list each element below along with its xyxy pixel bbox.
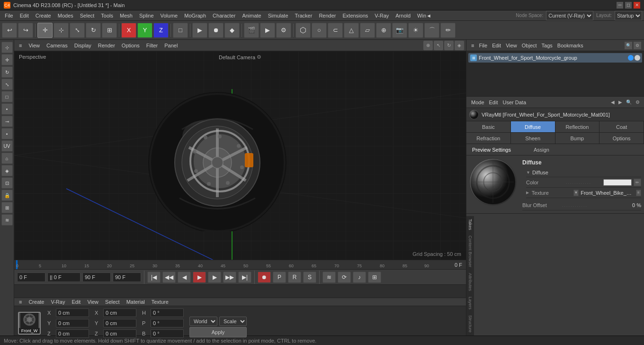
vp-menu-display[interactable]: Display: [72, 42, 94, 49]
next-frame-button[interactable]: ▶: [208, 272, 221, 283]
cylinder-button[interactable]: ⊂: [328, 23, 343, 38]
preview-settings-label[interactable]: Preview Settings: [469, 146, 514, 154]
tab-diffuse[interactable]: Diffuse: [511, 121, 555, 132]
lt-edge-btn[interactable]: ⊸: [1, 116, 13, 127]
obj-filter-btn[interactable]: ⚙: [634, 42, 641, 49]
close-button[interactable]: ✕: [634, 2, 640, 9]
menu-edit[interactable]: Edit: [17, 12, 32, 19]
minimize-button[interactable]: ─: [617, 2, 623, 9]
object-mode-button[interactable]: □: [173, 23, 188, 38]
record-rot-button[interactable]: R: [288, 272, 301, 283]
autokey-button[interactable]: ⏺: [258, 272, 271, 283]
menu-tools[interactable]: Tools: [98, 12, 116, 19]
lt-pt-btn[interactable]: •: [1, 103, 13, 115]
obj-menu-edit[interactable]: Edit: [490, 42, 503, 49]
mat-menu-toggle[interactable]: ≡: [16, 298, 25, 306]
vp-icon-4[interactable]: ◈: [455, 41, 464, 50]
rotate-tool-button[interactable]: ↻: [86, 23, 101, 38]
vp-menu-render[interactable]: Render: [95, 42, 118, 49]
attr-filter-btn[interactable]: ⚙: [634, 99, 641, 105]
start-frame-input[interactable]: [17, 272, 45, 282]
loop-button[interactable]: ⟳: [338, 272, 351, 283]
attr-edit-btn[interactable]: Edit: [487, 99, 500, 106]
attr-next-btn[interactable]: ▶: [617, 99, 624, 105]
mat-menu-create[interactable]: Create: [26, 298, 47, 306]
lt-axis-btn[interactable]: ⊞: [1, 202, 13, 213]
camera-button[interactable]: 📷: [392, 23, 407, 38]
lt-move-btn[interactable]: ✛: [1, 54, 13, 65]
world-select[interactable]: World Local: [189, 317, 217, 326]
render-view-button[interactable]: 🎬: [244, 23, 259, 38]
obj-menu-toggle[interactable]: ≡: [469, 42, 476, 49]
lt-deform-btn[interactable]: ≋: [1, 214, 13, 226]
texture-expand-arrow[interactable]: ▶: [526, 191, 530, 195]
tab-refraction[interactable]: Refraction: [466, 133, 511, 144]
mat-menu-texture[interactable]: Texture: [149, 298, 171, 306]
end-frame-input[interactable]: [82, 272, 111, 282]
obj-menu-file[interactable]: File: [477, 42, 489, 49]
y2-position-input[interactable]: [103, 319, 136, 327]
lt-scale-btn[interactable]: ⤡: [1, 79, 13, 90]
attr-userdata-btn[interactable]: User Data: [501, 99, 528, 106]
mat-menu-view[interactable]: View: [84, 298, 101, 306]
render-settings-button[interactable]: ⚙: [276, 23, 291, 38]
obj-menu-view[interactable]: View: [504, 42, 519, 49]
vp-icon-2[interactable]: ↖: [434, 41, 443, 50]
vp-menu-filter[interactable]: Filter: [143, 42, 161, 49]
light-button[interactable]: ☀: [408, 23, 423, 38]
vp-menu-toggle[interactable]: ≡: [16, 42, 25, 49]
z-axis-button[interactable]: Z: [153, 23, 169, 38]
h-rotation-input[interactable]: [151, 309, 184, 317]
menu-render[interactable]: Render: [316, 12, 339, 19]
mat-menu-edit[interactable]: Edit: [69, 298, 83, 306]
obj-menu-object[interactable]: Object: [520, 42, 539, 49]
scale-select[interactable]: Scale: [219, 317, 247, 326]
redo-button[interactable]: ↪: [18, 23, 33, 38]
tab-coat[interactable]: Coat: [599, 121, 644, 132]
material-thumbnail[interactable]: Front_W: [18, 312, 41, 335]
menu-win[interactable]: Win◄: [414, 12, 434, 19]
side-tab-takes[interactable]: Takes: [467, 216, 474, 233]
record-scale-button[interactable]: S: [303, 272, 316, 283]
prev-key-button[interactable]: ◀◀: [162, 272, 176, 283]
null-button[interactable]: ⊕: [376, 23, 391, 38]
current-vray-select[interactable]: Current (V-Ray): [546, 11, 593, 20]
bend-button[interactable]: ⌒: [424, 23, 439, 38]
obj-menu-bookmarks[interactable]: Bookmarks: [555, 42, 585, 49]
attr-prev-btn[interactable]: ◀: [609, 99, 616, 105]
tab-options[interactable]: Options: [599, 133, 644, 144]
vp-menu-options[interactable]: Options: [119, 42, 143, 49]
preview-end-input[interactable]: [113, 272, 141, 282]
lt-select-btn[interactable]: ⊹: [1, 42, 13, 53]
layout-select[interactable]: Startup: [615, 11, 642, 20]
prev-frame-button[interactable]: ◀: [178, 272, 191, 283]
color-edit-btn[interactable]: ✏: [634, 179, 641, 186]
lt-rotate-btn[interactable]: ↻: [1, 66, 13, 78]
menu-select[interactable]: Select: [77, 12, 98, 19]
current-frame-input[interactable]: [47, 272, 80, 282]
side-tab-attributes[interactable]: Attributes: [467, 270, 474, 294]
vp-menu-cameras[interactable]: Cameras: [44, 42, 71, 49]
menu-character[interactable]: Character: [210, 12, 238, 19]
color-swatch[interactable]: [603, 179, 632, 186]
side-tab-layers[interactable]: Layers: [467, 294, 474, 312]
z2-position-input[interactable]: [103, 329, 136, 338]
brush-button[interactable]: ✏: [440, 23, 456, 38]
transform-tool-button[interactable]: ⊞: [102, 23, 117, 38]
obj-search-btn[interactable]: 🔍: [625, 42, 632, 49]
tab-bump[interactable]: Bump: [555, 133, 600, 144]
mat-menu-vray[interactable]: V-Ray: [48, 298, 68, 306]
tab-sheen[interactable]: Sheen: [511, 133, 555, 144]
undo-button[interactable]: ↩: [2, 23, 17, 38]
x2-position-input[interactable]: [103, 309, 136, 317]
menu-simulate[interactable]: Simulate: [265, 12, 291, 19]
play-button[interactable]: ▶: [192, 23, 207, 38]
z-position-input[interactable]: [56, 329, 89, 338]
vp-icon-3[interactable]: ↻: [444, 41, 454, 50]
y-axis-button[interactable]: Y: [137, 23, 152, 38]
menu-vray[interactable]: V-Ray: [372, 12, 392, 19]
record-button[interactable]: ⏺: [208, 23, 224, 38]
diffuse-collapse-arrow[interactable]: ▼: [526, 170, 530, 175]
lt-uv-btn[interactable]: UV: [1, 140, 13, 152]
attr-mode-btn[interactable]: Mode: [469, 99, 486, 106]
